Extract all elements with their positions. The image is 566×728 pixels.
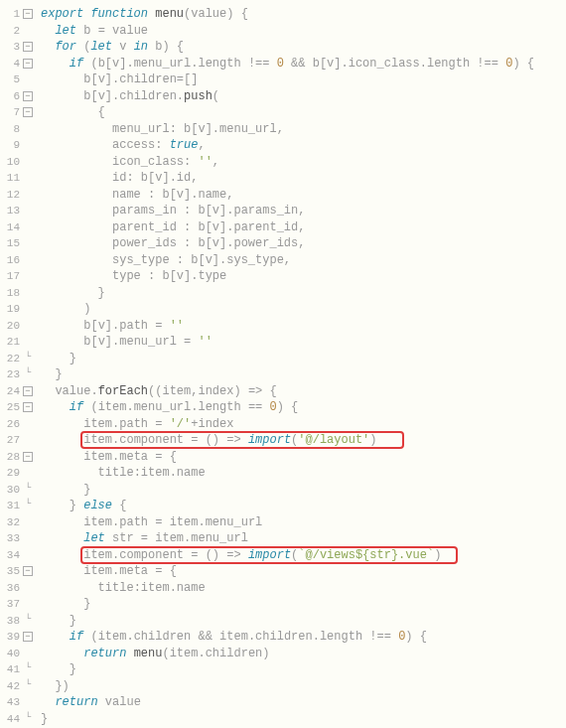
token-pl: ].	[219, 220, 233, 234]
line-number: 26	[0, 416, 20, 433]
token-pl: :	[134, 466, 141, 480]
line-number: 4	[0, 56, 20, 73]
token-pl	[162, 417, 169, 431]
code-line[interactable]: }	[41, 351, 566, 367]
token-prop: power_ids	[112, 236, 177, 250]
token-prop: length	[198, 57, 240, 71]
token-pl: :	[141, 188, 163, 202]
code-line[interactable]: item.meta = {	[41, 563, 566, 580]
code-line[interactable]: b[v].children=[]	[41, 72, 566, 88]
fold-toggle-icon[interactable]: −	[23, 386, 33, 396]
code-line[interactable]: item.component = () => import(`@/views${…	[41, 547, 566, 564]
code-line[interactable]: id: b[v].id,	[41, 170, 566, 187]
token-id: item	[141, 581, 170, 595]
fold-toggle-icon[interactable]: −	[23, 9, 33, 19]
token-op: =	[177, 73, 184, 86]
code-line[interactable]: params_in : b[v].params_in,	[41, 203, 566, 219]
fold-end-icon: └	[23, 664, 33, 674]
code-line[interactable]: sys_type : b[v].sys_type,	[41, 252, 566, 269]
token-id: v	[212, 236, 219, 250]
code-line[interactable]: })	[41, 678, 566, 695]
token-pl: (	[76, 40, 90, 54]
code-line[interactable]: parent_id : b[v].parent_id,	[41, 219, 566, 236]
code-line[interactable]: return value	[41, 694, 566, 711]
fold-spacer	[23, 26, 33, 36]
token-id: v	[198, 122, 205, 136]
code-line[interactable]: item.meta = {	[41, 449, 566, 466]
code-area[interactable]: export function menu(value) { let b = va…	[35, 0, 566, 728]
code-line[interactable]: menu_url: b[v].menu_url,	[41, 121, 566, 138]
fold-toggle-icon[interactable]: −	[23, 402, 33, 412]
code-line[interactable]: power_ids : b[v].power_ids,	[41, 235, 566, 252]
code-line[interactable]: item.component = () => import('@/layout'…	[41, 432, 566, 449]
gutter-line: 23└	[0, 366, 33, 383]
code-line[interactable]: item.path = '/'+index	[41, 416, 566, 433]
token-pl: ].	[184, 188, 198, 202]
code-line[interactable]: type : b[v].type	[41, 268, 566, 285]
code-line[interactable]: if (b[v].menu_url.length !== 0 && b[v].i…	[41, 56, 566, 73]
token-prop: path	[119, 417, 148, 431]
code-line[interactable]: }	[41, 596, 566, 613]
fold-toggle-icon[interactable]: −	[23, 632, 33, 642]
fold-toggle-icon[interactable]: −	[23, 42, 33, 52]
code-line[interactable]: export function menu(value) {	[41, 6, 566, 23]
token-prop: title	[98, 466, 134, 480]
token-pl: .	[198, 647, 205, 660]
token-op: &&	[291, 57, 305, 71]
gutter-line: 44└	[0, 711, 33, 728]
code-line[interactable]: title:item.name	[41, 465, 566, 482]
fold-toggle-icon[interactable]: −	[23, 59, 33, 69]
token-str: ''	[198, 335, 212, 349]
code-line[interactable]: if (item.menu_url.length == 0) {	[41, 399, 566, 416]
code-line[interactable]: value.forEach((item,index) => {	[41, 383, 566, 400]
token-pl	[177, 335, 184, 349]
token-id: item	[170, 515, 199, 529]
code-line[interactable]: title:item.name	[41, 580, 566, 597]
code-line[interactable]: }	[41, 366, 566, 383]
code-line[interactable]: )	[41, 301, 566, 318]
token-pl	[105, 531, 112, 545]
code-line[interactable]: }	[41, 711, 566, 728]
gutter-line: 12	[0, 187, 33, 204]
token-prop: power_ids	[233, 236, 298, 250]
code-line[interactable]: }	[41, 661, 566, 678]
code-line[interactable]: b[v].menu_url = ''	[41, 334, 566, 351]
code-line[interactable]: let b = value	[41, 23, 566, 40]
token-kw: import	[248, 433, 291, 447]
code-line[interactable]: return menu(item.children)	[41, 646, 566, 662]
fold-toggle-icon[interactable]: −	[23, 566, 33, 576]
token-pl	[98, 695, 105, 709]
fold-toggle-icon[interactable]: −	[23, 107, 33, 117]
token-prop: parent_id	[233, 220, 298, 234]
token-pl	[162, 319, 169, 333]
code-line[interactable]: access: true,	[41, 137, 566, 154]
token-id: item	[83, 515, 112, 529]
fold-toggle-icon[interactable]: −	[23, 91, 33, 101]
code-line[interactable]: for (let v in b) {	[41, 39, 566, 56]
gutter-line: 5	[0, 72, 33, 88]
code-line[interactable]: b[v].path = ''	[41, 318, 566, 335]
code-line[interactable]: item.path = item.menu_url	[41, 514, 566, 531]
line-number: 27	[0, 432, 20, 449]
code-line[interactable]: b[v].children.push(	[41, 88, 566, 105]
token-pl: .	[90, 384, 97, 398]
token-id: b	[162, 188, 169, 202]
code-line[interactable]: if (item.children && item.children.lengt…	[41, 629, 566, 646]
code-line[interactable]: }	[41, 285, 566, 302]
token-pl: ) {	[226, 7, 248, 21]
code-line[interactable]: } else {	[41, 498, 566, 514]
token-pl: [	[170, 269, 177, 283]
code-line[interactable]: icon_class: '',	[41, 154, 566, 171]
code-line[interactable]: name : b[v].name,	[41, 187, 566, 204]
code-line[interactable]: {	[41, 104, 566, 121]
token-prop: icon_class	[349, 57, 420, 71]
code-line[interactable]: }	[41, 613, 566, 630]
code-line[interactable]: }	[41, 482, 566, 499]
fold-spacer	[23, 550, 33, 560]
token-id: item	[83, 564, 112, 578]
line-number: 38	[0, 613, 20, 630]
code-line[interactable]: let str = item.menu_url	[41, 530, 566, 547]
line-number: 28	[0, 449, 20, 466]
fold-toggle-icon[interactable]: −	[23, 452, 33, 462]
line-number: 22	[0, 351, 20, 367]
